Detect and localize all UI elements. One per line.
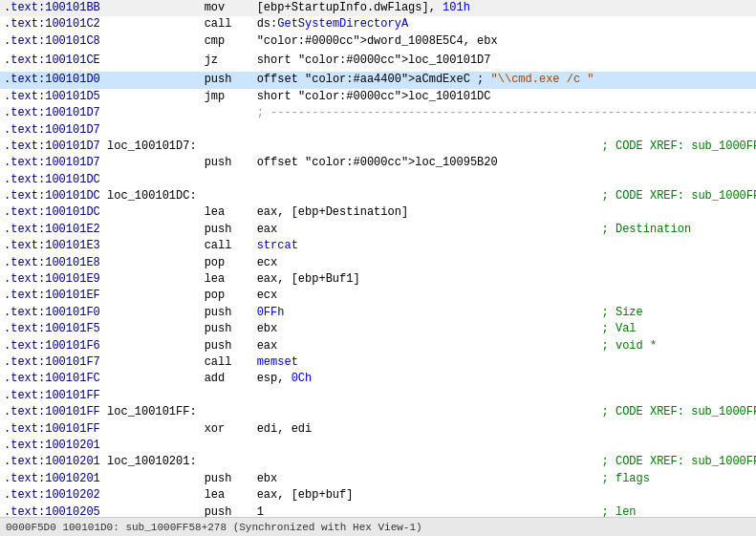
table-row[interactable]: .text:100101FF loc_100101FF:; CODE XREF:… xyxy=(0,404,756,420)
cell-mnemonic: push xyxy=(205,222,257,238)
cell-operands: ds:GetSystemDirectoryA xyxy=(257,16,602,32)
cell-address: .text:100101D7 xyxy=(0,155,205,171)
table-row[interactable]: .text:100101F0push0FFh; Size xyxy=(0,305,756,321)
cell-operands xyxy=(257,454,602,470)
cell-mnemonic: mov xyxy=(205,0,257,16)
table-row[interactable]: .text:100101FFxoredi, edi xyxy=(0,421,756,438)
cell-mnemonic: call xyxy=(205,16,257,32)
cell-operands: eax, [ebp+Destination] xyxy=(257,204,602,221)
table-row[interactable]: .text:100101CEjzshort "color:#0000cc">lo… xyxy=(0,50,756,72)
cell-operands xyxy=(257,139,602,155)
cell-operands: eax xyxy=(257,222,602,238)
table-row[interactable]: .text:100101D5jmpshort "color:#0000cc">l… xyxy=(0,89,756,105)
cell-address: .text:100101C2 xyxy=(0,16,205,32)
cell-mnemonic: pop xyxy=(205,255,257,271)
table-row[interactable]: .text:100101F6pusheax; void * xyxy=(0,338,756,354)
table-row[interactable]: .text:100101D0pushoffset "color:#aa4400"… xyxy=(0,72,756,88)
table-row[interactable]: .text:10010201pushebx; flags xyxy=(0,471,756,487)
cell-comment xyxy=(602,204,756,221)
cell-address: .text:100101FF loc_100101FF: xyxy=(0,404,205,420)
cell-mnemonic: call xyxy=(205,354,257,371)
cell-address: .text:100101E2 xyxy=(0,222,205,238)
cell-mnemonic xyxy=(205,188,257,204)
cell-comment xyxy=(602,421,756,438)
code-view[interactable]: .text:100101BBmov[ebp+StartupInfo.dwFlag… xyxy=(0,0,756,517)
cell-comment xyxy=(602,388,756,404)
table-row[interactable]: .text:10010201 loc_10010201:; CODE XREF:… xyxy=(0,454,756,470)
table-row[interactable]: .text:100101D7 loc_100101D7:; CODE XREF:… xyxy=(0,139,756,155)
table-row[interactable]: .text:100101E2pusheax; Destination xyxy=(0,222,756,238)
cell-address: .text:100101F0 xyxy=(0,305,205,321)
cell-address: .text:10010205 xyxy=(0,504,205,517)
cell-operands: eax, [ebp+Buf1] xyxy=(257,271,602,288)
cell-address: .text:100101F7 xyxy=(0,354,205,371)
table-row[interactable]: .text:100101D7; ------------------------… xyxy=(0,105,756,121)
cell-mnemonic: pop xyxy=(205,288,257,304)
cell-mnemonic xyxy=(205,139,257,155)
table-row[interactable]: .text:100101DC xyxy=(0,172,756,188)
table-row[interactable]: .text:100101F7callmemset xyxy=(0,354,756,371)
cell-operands: ebx xyxy=(257,321,602,337)
cell-operands: offset "color:#0000cc">loc_10095B20 xyxy=(257,155,602,171)
cell-mnemonic: push xyxy=(205,338,257,354)
cell-address: .text:100101D7 loc_100101D7: xyxy=(0,139,205,155)
table-row[interactable]: .text:100101FF xyxy=(0,388,756,404)
table-row[interactable]: .text:100101E9leaeax, [ebp+Buf1] xyxy=(0,271,756,288)
cell-address: .text:100101E8 xyxy=(0,255,205,271)
cell-address: .text:10010201 loc_10010201: xyxy=(0,454,205,470)
table-row[interactable]: .text:100101DC loc_100101DC:; CODE XREF:… xyxy=(0,188,756,204)
cell-operands: strcat xyxy=(257,238,602,254)
cell-mnemonic: lea xyxy=(205,204,257,221)
cell-operands: ecx xyxy=(257,255,602,271)
cell-address: .text:100101CE xyxy=(0,50,205,72)
table-row[interactable]: .text:100101E3callstrcat xyxy=(0,238,756,254)
cell-mnemonic: push xyxy=(205,72,257,88)
cell-comment xyxy=(602,0,756,16)
cell-comment xyxy=(602,155,756,171)
cell-operands xyxy=(257,188,602,204)
table-row[interactable]: .text:100101C8cmp"color:#0000cc">dword_1… xyxy=(0,33,756,50)
cell-operands xyxy=(257,388,602,404)
cell-mnemonic: call xyxy=(205,238,257,254)
cell-mnemonic: push xyxy=(205,504,257,517)
cell-comment: ; len xyxy=(602,504,756,517)
status-text: 0000F5D0 100101D0: sub_1000FF58+278 (Syn… xyxy=(6,522,422,533)
table-row[interactable]: .text:100101F5pushebx; Val xyxy=(0,321,756,337)
cell-mnemonic xyxy=(205,172,257,188)
cell-comment xyxy=(602,72,756,88)
table-row[interactable]: .text:100101D7 xyxy=(0,122,756,139)
cell-mnemonic: lea xyxy=(205,487,257,504)
cell-comment: ; flags xyxy=(602,471,756,487)
cell-operands: short "color:#0000cc">loc_100101DC xyxy=(257,89,602,105)
table-row[interactable]: .text:10010202leaeax, [ebp+buf] xyxy=(0,487,756,504)
table-row[interactable]: .text:10010201 xyxy=(0,438,756,454)
cell-comment: ; CODE XREF: sub_1000FF58+2FA↓j xyxy=(602,404,756,420)
cell-address: .text:100101EF xyxy=(0,288,205,304)
cell-address: .text:100101D0 xyxy=(0,72,205,88)
cell-address: .text:100101E9 xyxy=(0,271,205,288)
cell-comment xyxy=(602,122,756,139)
cell-operands xyxy=(257,404,602,420)
cell-comment xyxy=(602,487,756,504)
cell-comment xyxy=(602,288,756,304)
table-row[interactable]: .text:10010205push1; len xyxy=(0,504,756,517)
cell-operands: eax, [ebp+buf] xyxy=(257,487,602,504)
table-row[interactable]: .text:100101E8popecx xyxy=(0,255,756,271)
cell-mnemonic: lea xyxy=(205,271,257,288)
cell-mnemonic xyxy=(205,388,257,404)
table-row[interactable]: .text:100101FCaddesp, 0Ch xyxy=(0,371,756,387)
cell-address: .text:100101DC xyxy=(0,172,205,188)
table-row[interactable]: .text:100101EFpopecx xyxy=(0,288,756,304)
table-row[interactable]: .text:100101DCleaeax, [ebp+Destination] xyxy=(0,204,756,221)
table-row[interactable]: .text:100101D7pushoffset "color:#0000cc"… xyxy=(0,155,756,171)
cell-mnemonic: jmp xyxy=(205,89,257,105)
cell-operands xyxy=(257,122,602,139)
cell-comment: ; CODE XREF: sub_1000FF58+27D↑j xyxy=(602,188,756,204)
table-row[interactable]: .text:100101BBmov[ebp+StartupInfo.dwFlag… xyxy=(0,0,756,16)
status-bar: 0000F5D0 100101D0: sub_1000FF58+278 (Syn… xyxy=(0,517,756,536)
cell-address: .text:100101C8 xyxy=(0,33,205,50)
cell-mnemonic xyxy=(205,105,257,121)
table-row[interactable]: .text:100101C2callds:GetSystemDirectoryA xyxy=(0,16,756,32)
cell-address: .text:10010201 xyxy=(0,471,205,487)
disassembly-table: .text:100101BBmov[ebp+StartupInfo.dwFlag… xyxy=(0,0,756,517)
